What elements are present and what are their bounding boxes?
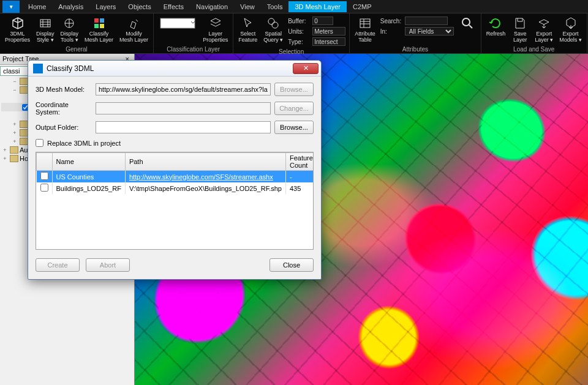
display-style-button[interactable]: DisplayStyle ▾ [34,15,57,45]
tree-expander-icon[interactable]: − [11,78,18,84]
dialog-close-button[interactable]: ✕ [293,63,318,74]
modify-button[interactable]: ModifyMesh Layer [117,15,151,45]
coord-change-button[interactable]: Change... [274,102,314,115]
tree-expander-icon[interactable]: + [11,138,18,144]
svg-rect-6 [160,18,195,28]
ribbon: 3DMLPropertiesDisplayStyle ▾DisplayTools… [0,13,588,54]
folder-icon [20,138,28,145]
display-tools-icon [62,16,77,31]
output-folder-input[interactable] [96,121,271,133]
spatial-query-icon [266,16,281,31]
select-feature-button[interactable]: SelectFeature [236,15,260,45]
grid-row-checkbox[interactable] [40,172,48,180]
grid-header-checkbox[interactable] [37,153,53,171]
modify-icon [127,16,141,31]
export-models-icon [564,16,578,31]
svg-rect-3 [100,18,104,23]
grid-header-feature-count[interactable]: Feature Count [285,153,314,171]
export-layer-icon [537,16,551,31]
type-input[interactable] [312,37,345,46]
layers-grid[interactable]: NamePathFeature CountBufferUS Countiesht… [36,152,314,250]
svg-rect-0 [40,20,50,27]
attr-table-icon [358,16,372,31]
export-models-button[interactable]: ExportModels ▾ [557,15,584,45]
tree-expander-icon[interactable]: + [1,155,9,162]
buffer-input[interactable] [312,17,333,25]
menu-tab-3d-mesh-layer[interactable]: 3D Mesh Layer [288,1,347,12]
ribbon-button-label: ClassifyMesh Layer [85,31,113,43]
menu-tab-effects[interactable]: Effects [157,1,190,12]
grid-row[interactable]: Buildings_LOD25_RFV:\tmp\ShapeFromGeoX\B… [37,182,314,194]
menu-tab-view[interactable]: View [234,1,261,12]
menu-tab-tools[interactable]: Tools [261,1,289,12]
ribbon-button-label: ExportModels ▾ [559,31,582,43]
layer-props-icon [208,16,223,31]
coord-system-input[interactable] [96,102,271,114]
search-button[interactable] [456,15,478,32]
buffer-label: Buffer: [288,18,310,24]
grid-cell-name: US Counties [52,171,125,183]
folder-icon [20,129,28,136]
tree-expander-icon[interactable]: − [11,87,18,93]
tree-expander-icon[interactable]: + [11,130,18,136]
layer-select-button[interactable] [156,15,199,32]
menu-tab-objects[interactable]: Objects [122,1,157,12]
grid-cell-feature-count: 435 [285,182,314,194]
search-in-label: In: [380,28,402,35]
abort-button[interactable]: Abort [86,258,130,272]
coord-system-label: Coordinate System: [36,101,92,116]
output-browse-button[interactable]: Browse... [274,121,314,134]
svg-rect-4 [94,24,99,28]
mesh-model-input[interactable] [96,83,271,95]
ribbon-button-label: DisplayStyle ▾ [36,31,55,43]
layer-select-icon [159,16,197,31]
dialog-titlebar[interactable]: Classify 3DML ✕ [28,61,321,77]
attr-table-button[interactable]: AttributeTable [352,15,378,45]
grid-cell-path: V:\tmp\ShapeFromGeoX\Buildings_LOD25_RF.… [125,182,285,194]
search-in-select[interactable]: All Fields [405,27,454,36]
display-tools-button[interactable]: DisplayTools ▾ [58,15,81,45]
grid-header-path[interactable]: Path [125,153,285,171]
display-style-icon [38,16,53,31]
ribbon-button-label: 3DMLProperties [5,31,30,43]
ribbon-button-label: AttributeTable [355,31,375,43]
export-layer-button[interactable]: ExportLayer ▾ [532,15,556,45]
refresh-button[interactable]: Refresh [484,15,508,39]
spatial-query-button[interactable]: SpatialQuery ▾ [261,15,285,45]
grid-row[interactable]: US Countieshttp://www.skylineglobe.com/S… [37,171,314,183]
menu-tab-analysis[interactable]: Analysis [52,1,89,12]
ribbon-button-label: SpatialQuery ▾ [263,31,283,43]
refresh-icon [488,16,503,31]
layer-props-button[interactable]: LayerProperties [200,15,230,45]
replace-3dml-checkbox[interactable] [36,139,43,147]
folder-icon [20,78,28,85]
ribbon-group-label: General [2,45,151,53]
classify-icon [92,16,107,31]
units-input[interactable] [312,27,345,36]
tree-expander-icon[interactable]: + [11,121,18,127]
output-folder-label: Output Folder: [36,124,92,131]
tree-expander-icon[interactable]: + [1,147,9,153]
magnifier-icon [460,16,475,31]
create-button[interactable]: Create [36,258,80,272]
search-input[interactable] [405,17,448,25]
mesh-model-browse-button[interactable]: Browse... [274,83,314,96]
menu-tab-c2mp[interactable]: C2MP [347,1,378,12]
classify-button[interactable]: ClassifyMesh Layer [82,15,116,45]
cube-button[interactable]: 3DMLProperties [2,15,32,45]
app-icon[interactable]: ▾ [2,1,20,13]
grid-row-checkbox[interactable] [40,184,48,192]
menu-tab-navigation[interactable]: Navigation [190,1,234,12]
close-button[interactable]: Close [270,258,314,272]
ribbon-button-label: ModifyMesh Layer [119,31,148,43]
menu-tab-layers[interactable]: Layers [89,1,122,12]
ribbon-button-label: SaveLayer [513,31,527,43]
ribbon-group-selection: SelectFeatureSpatialQuery ▾Buffer:Units:… [233,13,350,53]
folder-icon [10,155,18,162]
save-layer-button[interactable]: SaveLayer [509,15,531,45]
menu-tab-home[interactable]: Home [22,1,52,12]
ribbon-button-label: SelectFeature [238,31,257,43]
grid-cell-path: http://www.skylineglobe.com/SFS/streamer… [125,171,285,183]
svg-point-10 [462,18,470,26]
grid-header-name[interactable]: Name [52,153,125,171]
